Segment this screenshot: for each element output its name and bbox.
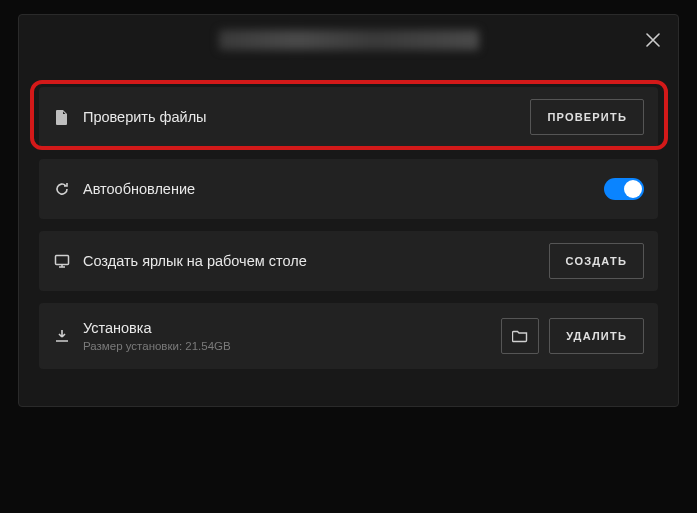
install-label: Установка [83,320,501,336]
close-icon [646,33,660,47]
settings-rows: Проверить файлы ПРОВЕРИТЬ Автообновление… [19,87,678,369]
verify-button[interactable]: ПРОВЕРИТЬ [530,99,644,135]
row-verify-files: Проверить файлы ПРОВЕРИТЬ [39,87,658,147]
dialog-header [19,15,678,65]
install-icon [53,327,71,345]
browse-install-button[interactable] [501,318,539,354]
install-size-label: Размер установки: 21.54GB [83,340,501,352]
settings-dialog: Проверить файлы ПРОВЕРИТЬ Автообновление… [18,14,679,407]
row-installation: Установка Размер установки: 21.54GB УДАЛ… [39,303,658,369]
toggle-knob [624,180,642,198]
dialog-title-blurred [219,30,479,50]
autoupdate-toggle[interactable] [604,178,644,200]
autoupdate-label: Автообновление [83,181,604,197]
uninstall-button[interactable]: УДАЛИТЬ [549,318,644,354]
verify-files-icon [53,108,71,126]
close-button[interactable] [642,29,664,51]
desktop-shortcut-icon [53,252,71,270]
verify-files-label: Проверить файлы [83,109,530,125]
svg-rect-0 [56,256,69,265]
row-autoupdate: Автообновление [39,159,658,219]
create-shortcut-label: Создать ярлык на рабочем столе [83,253,549,269]
folder-icon [512,329,528,343]
row-create-shortcut: Создать ярлык на рабочем столе СОЗДАТЬ [39,231,658,291]
autoupdate-icon [53,180,71,198]
create-shortcut-button[interactable]: СОЗДАТЬ [549,243,644,279]
